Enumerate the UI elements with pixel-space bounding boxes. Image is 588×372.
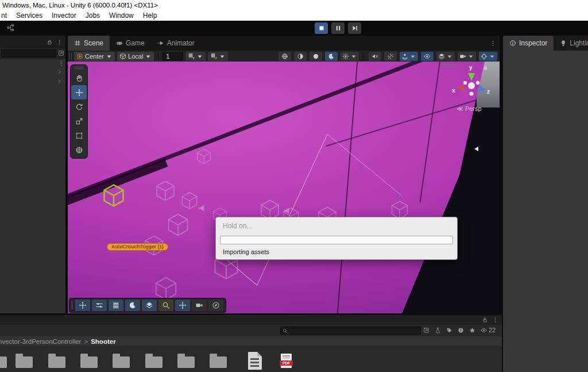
layers-diamond-overlay-button[interactable] <box>142 300 157 311</box>
tab-lighting[interactable]: Lighting <box>554 36 588 51</box>
scene-object-label[interactable]: AutoCrouchTrigger (1) <box>107 243 168 251</box>
visibility-counter[interactable]: 22 <box>481 327 496 333</box>
pdf-file-icon[interactable]: PDF <box>281 354 292 368</box>
kebab-menu-icon[interactable] <box>492 317 498 323</box>
label-icon[interactable] <box>446 327 452 333</box>
breadcrumb-parent[interactable]: nvector-3rdPersonController <box>0 338 81 345</box>
half-globe-toggle[interactable] <box>294 52 307 61</box>
sphere-toggle[interactable] <box>310 52 322 61</box>
project-filter-icons: 22 <box>423 327 496 333</box>
particles-toggle[interactable] <box>400 52 418 61</box>
persp-toggle[interactable]: ≪ Persp <box>444 105 494 113</box>
move-overlay-button[interactable] <box>75 300 90 311</box>
grid-snap-move-button[interactable] <box>208 52 228 61</box>
tab-animator[interactable]: Animator <box>151 36 201 51</box>
pause-button[interactable] <box>331 22 345 34</box>
eye-toggle[interactable] <box>421 52 434 61</box>
flare-toggle[interactable] <box>341 52 359 61</box>
chevron-right-icon[interactable] <box>56 68 63 75</box>
chevron-right-icon[interactable] <box>56 78 63 85</box>
particles-icon <box>401 53 408 60</box>
project-search-field[interactable] <box>280 327 421 335</box>
transform-tool-button[interactable] <box>71 143 87 157</box>
layers-toggle[interactable] <box>436 52 455 61</box>
left-dock-body[interactable] <box>0 59 65 313</box>
left-dock-search-input[interactable] <box>1 49 56 57</box>
star-icon[interactable] <box>469 327 475 333</box>
project-content-grid[interactable]: PDF <box>0 346 502 372</box>
pivot-icon <box>76 53 83 60</box>
breadcrumb-current[interactable]: Shooter <box>91 338 115 345</box>
menu-invector[interactable]: Invector <box>47 11 81 20</box>
film-grid-overlay-button[interactable] <box>109 300 123 311</box>
rotate-tool-button[interactable] <box>71 99 87 114</box>
scene-view-toggles <box>278 52 497 61</box>
open-window-icon[interactable] <box>58 50 64 56</box>
moon-icon <box>129 301 137 309</box>
camera-toggle[interactable] <box>458 52 476 61</box>
menu-nt[interactable]: nt <box>0 11 11 20</box>
search-type-icon[interactable] <box>435 327 441 333</box>
tab-inspector[interactable]: Inspector <box>503 36 554 51</box>
tab-game[interactable]: Game <box>110 36 151 51</box>
flare-off-toggle[interactable] <box>384 52 397 61</box>
menu-help[interactable]: Help <box>138 11 162 20</box>
overlay-drag-handle[interactable] <box>75 67 83 69</box>
audio-mute-toggle[interactable] <box>369 52 381 61</box>
search-overlay-button[interactable] <box>158 300 173 311</box>
camera-overlay-button[interactable] <box>192 300 207 311</box>
toolbar-drag-handle[interactable] <box>69 53 72 60</box>
folder-icon[interactable] <box>177 356 195 368</box>
cube-icon <box>119 53 126 60</box>
ghost-collider-gizmo <box>154 179 177 202</box>
folder-icon[interactable] <box>80 356 98 368</box>
grid-size-input[interactable] <box>163 52 183 60</box>
node-graph-icon[interactable] <box>7 24 15 32</box>
ghost-collider-gizmo <box>195 148 212 165</box>
step-button[interactable] <box>348 22 361 34</box>
warning-icon[interactable] <box>458 327 464 333</box>
grid-snap-y-button[interactable] <box>185 52 206 61</box>
kebab-menu-icon[interactable] <box>58 60 64 67</box>
project-search-input[interactable] <box>290 327 419 334</box>
moon-overlay-button[interactable] <box>125 300 140 311</box>
kebab-menu-icon[interactable] <box>56 39 63 45</box>
axis-x-label: x <box>452 87 455 94</box>
scene-tabrow: SceneGameAnimator <box>68 36 500 51</box>
menu-services[interactable]: Services <box>11 11 47 20</box>
move-overlay-button[interactable] <box>175 300 190 311</box>
animator-icon <box>157 40 164 47</box>
kebab-menu-icon[interactable] <box>490 40 496 47</box>
wire-globe-toggle[interactable] <box>278 52 291 61</box>
folder-icon[interactable] <box>0 356 7 368</box>
pivot-mode-dropdown[interactable]: Center <box>74 52 115 61</box>
move-tool-button[interactable] <box>71 85 87 99</box>
handle-space-dropdown[interactable]: Local <box>117 52 154 61</box>
rect-tool-button[interactable] <box>71 128 87 143</box>
menu-jobs[interactable]: Jobs <box>81 11 105 20</box>
folder-icon[interactable] <box>210 356 227 368</box>
compass-overlay-button[interactable] <box>208 300 223 311</box>
menu-window[interactable]: Window <box>105 11 138 20</box>
left-dock-panel <box>0 36 68 313</box>
scene-orientation-gizmo[interactable]: y x z <box>451 66 492 106</box>
folder-icon[interactable] <box>145 356 163 368</box>
overlay-drag-handle[interactable] <box>72 301 74 309</box>
unlock-icon[interactable] <box>47 39 53 45</box>
window-titlebar[interactable]: Windows, Mac, Linux - Unity 6 (6000.0.40… <box>0 0 588 10</box>
scale-tool-button[interactable] <box>71 114 87 128</box>
sliders-overlay-button[interactable] <box>92 300 107 311</box>
scene-viewport[interactable]: y x z ≪ Persp AutoCrouchTrigger (1) <box>68 62 500 313</box>
text-file-icon[interactable] <box>248 352 262 370</box>
folder-icon[interactable] <box>16 356 33 368</box>
tab-scene[interactable]: Scene <box>68 36 110 51</box>
stop-button[interactable] <box>315 22 328 34</box>
folder-icon[interactable] <box>113 356 130 368</box>
moon-icon <box>328 53 335 60</box>
unlock-icon[interactable] <box>482 317 488 323</box>
gizmo-toggle[interactable] <box>479 52 497 61</box>
hand-tool-button[interactable] <box>71 71 87 85</box>
open-window-icon[interactable] <box>423 327 430 333</box>
moon-toggle[interactable] <box>325 52 338 61</box>
folder-icon[interactable] <box>48 356 65 368</box>
